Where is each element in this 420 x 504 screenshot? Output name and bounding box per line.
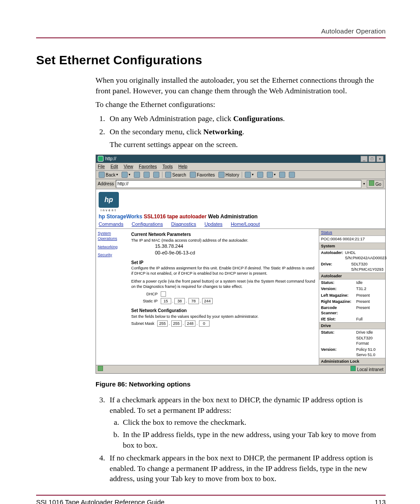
edit-button[interactable]: ▾ [266, 172, 276, 178]
step-3a: Click the box to remove the checkmark. [121, 417, 386, 428]
history-label: History [225, 172, 239, 178]
menu-view[interactable]: View [124, 164, 133, 169]
status-panel: Status POC:00046 00024:21:17 System Auto… [319, 229, 385, 365]
static-ip-2[interactable]: 38 [174, 298, 185, 304]
autoloader-header: Autoloader [319, 272, 385, 280]
hp-invent-label: invent [99, 208, 119, 212]
stop-button[interactable] [133, 172, 141, 178]
nav-diagnostics[interactable]: Diagnostics [171, 221, 196, 227]
back-button[interactable]: Back ▾ [98, 172, 119, 178]
fwd-button[interactable]: ▾ [121, 172, 131, 178]
app-title-blue: hp StorageWorks [99, 213, 144, 220]
step-1: On any Web Administration page, click Co… [107, 114, 386, 124]
set-ip-desc1: Configure the IP address assignment for … [131, 265, 316, 276]
step-2-text-c: . [242, 127, 244, 136]
window-titlebar: http:// _ □ × [96, 155, 385, 163]
favorites-button[interactable]: Favorites [189, 172, 216, 178]
subnet-3[interactable]: 248 [185, 320, 195, 327]
subnet-1[interactable]: 255 [157, 320, 168, 327]
section-title: Set Ethernet Configurations [36, 53, 386, 67]
d-version-v: Policy 51.0 Servo 51.0 [356, 347, 383, 357]
menu-help[interactable]: Help [178, 164, 188, 169]
mac-value: 00-e0-9e-06-13-cd [155, 250, 316, 256]
barcode-k: Barcode Scanner: [321, 305, 354, 316]
subnet-2[interactable]: 255 [171, 320, 182, 327]
zone-label: Local intranet [357, 367, 383, 372]
window-max-button[interactable]: □ [368, 156, 376, 162]
nav-commands[interactable]: Commands [99, 221, 123, 227]
set-network-config-heading: Set Network Configuration [131, 308, 316, 314]
al-version-v: T31.2 [356, 286, 383, 291]
menu-file[interactable]: File [98, 164, 105, 169]
zone-icon [350, 366, 356, 371]
print-icon [257, 172, 263, 178]
lead-paragraph: To change the Ethernet configurations: [96, 99, 386, 110]
address-dropdown-icon[interactable]: ▾ [363, 182, 365, 187]
step-2-text-a: On the secondary menu, click [110, 127, 203, 136]
search-button[interactable]: Search [164, 172, 187, 178]
rightmag-v: Present [356, 299, 383, 304]
browser-statusbar: Local intranet [96, 365, 385, 373]
current-net-params-heading: Current Network Parameters [131, 232, 316, 238]
nav-updates[interactable]: Updates [204, 221, 222, 227]
back-label: Back [106, 172, 115, 178]
d-version-k: Version: [321, 347, 354, 357]
barcode-v: Present [356, 305, 383, 316]
side-nav: System Operations Networking Security [96, 229, 130, 365]
step-4: If no checkmark appears in the box next … [107, 453, 386, 484]
set-ip-heading: Set IP [131, 260, 316, 266]
print-button[interactable] [256, 172, 264, 178]
nav-configurations[interactable]: Configurations [132, 221, 163, 227]
d-status-v: Drive Idle SDLT320 Format [356, 330, 383, 346]
favorites-icon [190, 172, 196, 178]
rightmag-k: Right Magazine: [321, 299, 354, 304]
static-ip-1[interactable]: 15 [161, 298, 171, 304]
poc-value: POC:00046 00024:21:17 [321, 236, 365, 242]
discuss-button[interactable] [278, 172, 286, 178]
side-sysops[interactable]: System Operations [98, 231, 129, 241]
history-button[interactable]: History [217, 172, 240, 178]
footer-rule [36, 495, 386, 496]
side-networking[interactable]: Networking [98, 244, 129, 250]
header-rule [36, 37, 386, 38]
ieslot-v: Full [356, 316, 383, 322]
ieslot-k: I/E Slot: [321, 316, 354, 322]
footer-left: SSL1016 Tape Autoloader Reference Guide [36, 498, 165, 504]
home-button[interactable] [152, 172, 160, 178]
status-header[interactable]: Status [319, 229, 385, 236]
side-security[interactable]: Security [98, 252, 129, 258]
go-button[interactable]: Go [367, 180, 383, 188]
menu-tools[interactable]: Tools [162, 164, 173, 169]
drive-k: Drive: [321, 261, 349, 272]
step-3b: In the IP address fields, type in the ne… [121, 430, 386, 450]
history-icon [218, 172, 225, 178]
subnet-4[interactable]: 0 [199, 320, 210, 327]
address-input[interactable]: http:// [116, 180, 361, 188]
step-3-text: If a checkmark appears in the box next t… [110, 395, 363, 415]
forward-icon [122, 172, 128, 178]
dhcp-checkbox[interactable] [161, 291, 166, 297]
static-ip-3[interactable]: 78 [188, 298, 199, 304]
refresh-button[interactable] [143, 172, 151, 178]
menu-favorites[interactable]: Favorites [139, 164, 157, 169]
system-header: System [319, 243, 385, 250]
messenger-button[interactable] [288, 172, 296, 178]
d-status-k: Status: [321, 330, 354, 346]
figure-screenshot: http:// _ □ × File Edit View Favorites T… [96, 155, 386, 374]
figure-caption: Figure 86: Networking options [96, 380, 386, 389]
adminlock-header: Administration Lock [319, 358, 385, 365]
ie-small-icon [98, 366, 103, 371]
mail-button[interactable]: ▾ [244, 172, 254, 178]
step-2: On the secondary menu, click Networking.… [107, 127, 386, 150]
drive-header: Drive [319, 322, 385, 329]
menu-edit[interactable]: Edit [111, 164, 118, 169]
hp-logo: hp [99, 192, 119, 208]
nav-homelogout[interactable]: Home/Logout [231, 221, 260, 227]
step-3-substeps: Click the box to remove the checkmark. I… [110, 417, 386, 450]
window-close-button[interactable]: × [376, 156, 383, 162]
back-icon [99, 172, 105, 178]
al-status-k: Status: [321, 280, 354, 285]
static-ip-4[interactable]: 244 [202, 298, 213, 304]
window-min-button[interactable]: _ [361, 156, 368, 162]
step-2-bold: Networking [203, 127, 242, 136]
